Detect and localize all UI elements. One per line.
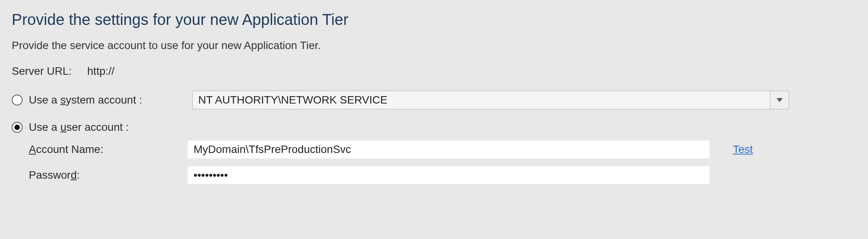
- page-description: Provide the service account to use for y…: [12, 39, 856, 52]
- chevron-down-icon: [776, 98, 783, 102]
- password-row: Password:: [12, 166, 856, 184]
- account-name-label: Account Name:: [29, 143, 188, 156]
- password-label: Password:: [29, 169, 188, 181]
- test-link[interactable]: Test: [733, 143, 753, 156]
- system-account-label[interactable]: Use a system account :: [29, 94, 142, 106]
- server-url-row: Server URL: http://: [12, 65, 856, 77]
- server-url-label: Server URL:: [12, 65, 72, 77]
- account-name-row: Account Name: Test: [12, 141, 856, 158]
- page-heading: Provide the settings for your new Applic…: [12, 11, 856, 28]
- system-account-combo-text[interactable]: [193, 91, 770, 109]
- account-name-input[interactable]: [188, 141, 710, 158]
- system-account-radio[interactable]: [12, 95, 23, 105]
- user-account-radio[interactable]: [12, 122, 23, 133]
- system-account-combo-button[interactable]: [770, 91, 789, 109]
- user-account-label[interactable]: Use a user account :: [29, 121, 129, 134]
- system-account-combo[interactable]: [192, 91, 789, 109]
- system-account-row: Use a system account :: [12, 91, 856, 109]
- server-url-value: http://: [87, 65, 114, 77]
- svg-marker-0: [776, 98, 783, 102]
- password-input[interactable]: [188, 166, 710, 184]
- user-account-row: Use a user account :: [12, 121, 856, 134]
